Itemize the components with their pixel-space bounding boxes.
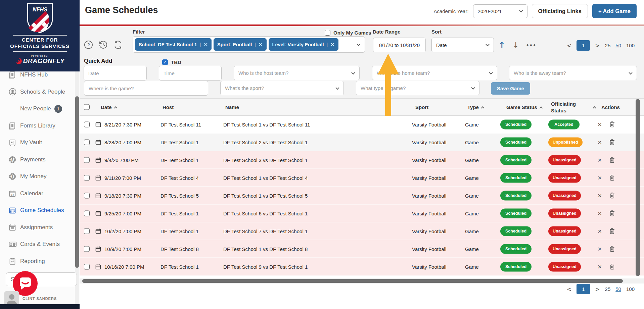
host-team-select[interactable]: Who is the host team? [234, 66, 360, 80]
sidebar-item-forms-library[interactable]: Forms Library [0, 117, 75, 135]
calendar-icon [95, 264, 101, 269]
quick-add-time-input[interactable] [159, 66, 222, 81]
trash-icon[interactable] [609, 210, 615, 216]
row-checkbox[interactable] [84, 210, 90, 216]
sidebar-scrollbar-thumb[interactable] [75, 96, 79, 268]
remove-icon[interactable]: × [598, 209, 602, 217]
filter-chip[interactable]: Level: Varsity Football|✕ [269, 38, 338, 51]
column-header-type[interactable]: Type [467, 104, 484, 110]
row-sport: Varsity Football [412, 264, 446, 269]
sidebar-item-schools-people[interactable]: Schools & People [0, 84, 75, 101]
remove-icon[interactable]: × [598, 174, 602, 182]
away-team-select[interactable]: Who is the away team? [509, 66, 637, 80]
officiating-links-button[interactable]: Officiating Links [532, 4, 588, 18]
page-size-option-100[interactable]: 100 [626, 43, 635, 48]
sidebar-item-payments[interactable]: $Payments [0, 151, 75, 168]
tbd-checkbox[interactable]: ✓ [162, 59, 168, 65]
help-icon[interactable]: ? [84, 40, 93, 51]
row-checkbox[interactable] [84, 121, 90, 127]
row-checkbox[interactable] [84, 193, 90, 198]
sidebar-scrollbar[interactable] [75, 71, 79, 304]
sidebar-item-calendar[interactable]: 14Calendar [0, 185, 75, 202]
column-header-game-status[interactable]: Game Status [506, 104, 542, 110]
trash-icon[interactable] [609, 228, 615, 234]
remove-icon[interactable]: × [598, 138, 602, 146]
chip-remove-icon[interactable]: ✕ [330, 42, 335, 48]
sort-ascending-icon[interactable]: ↑ [499, 41, 505, 49]
academic-year-select[interactable]: 2020-2021 [473, 4, 527, 18]
add-game-button[interactable]: + Add Game [592, 4, 637, 18]
remove-icon[interactable]: × [598, 245, 602, 253]
date-range-input[interactable] [373, 38, 426, 52]
page-size-option-25[interactable]: 25 [605, 43, 611, 48]
row-sport: Varsity Football [412, 121, 446, 127]
trash-icon[interactable] [609, 175, 615, 181]
pagination-bottom: <1>2550100 [567, 284, 635, 294]
only-my-games-checkbox[interactable] [325, 30, 330, 36]
remove-icon[interactable]: × [598, 156, 602, 164]
page-previous-button[interactable]: < [567, 286, 571, 293]
sidebar-item-my-vault[interactable]: My Vault [0, 134, 75, 151]
column-header-officiating-status[interactable]: Officiating Status [551, 101, 583, 114]
refresh-icon[interactable] [113, 40, 123, 51]
column-header-name[interactable]: Name [225, 104, 239, 110]
more-options-icon[interactable]: ●●● [526, 43, 537, 47]
page-next-button[interactable]: > [595, 42, 600, 49]
remove-icon[interactable]: × [598, 227, 602, 235]
game-type-select[interactable]: What type of game? [356, 81, 479, 95]
select-all-checkbox[interactable] [84, 104, 90, 110]
sidebar-item-reporting[interactable]: Reporting [0, 253, 75, 270]
quick-add-date-input[interactable] [84, 66, 147, 81]
chip-remove-icon[interactable]: ✕ [204, 42, 208, 48]
page-size-option-25[interactable]: 25 [605, 286, 611, 292]
horizontal-scrollbar[interactable] [80, 278, 644, 284]
trash-icon[interactable] [609, 193, 615, 199]
trash-icon[interactable] [609, 264, 615, 270]
page-next-button[interactable]: > [595, 286, 600, 293]
sort-descending-icon[interactable]: ↓ [512, 41, 519, 49]
row-checkbox[interactable] [84, 139, 90, 145]
column-header-host[interactable]: Host [163, 104, 174, 110]
sidebar-item-cards-events[interactable]: Cards & Events [0, 236, 75, 253]
history-icon[interactable] [99, 40, 108, 51]
trash-icon[interactable] [609, 139, 615, 145]
user-row[interactable]: CLINT SANDERS [4, 291, 57, 306]
sidebar-item-nfhs-hub[interactable]: NFHS Hub [0, 66, 75, 84]
sidebar-item-my-money[interactable]: $My Money [0, 168, 75, 185]
save-game-button[interactable]: Save Game [491, 82, 530, 95]
current-page-indicator[interactable]: 1 [577, 284, 590, 294]
sidebar-item-new-people[interactable]: New People1 [0, 100, 75, 117]
column-header-date[interactable]: Date [101, 104, 117, 110]
sidebar-item-assignments[interactable]: Assignments [0, 219, 75, 236]
remove-icon[interactable]: × [598, 263, 602, 271]
sort-select[interactable]: Date [431, 38, 494, 52]
game-location-input[interactable] [84, 81, 208, 96]
trash-icon[interactable] [609, 157, 615, 163]
vertical-scrollbar-thumb[interactable] [636, 99, 640, 276]
page-size-option-50[interactable]: 50 [615, 286, 621, 292]
horizontal-scrollbar-thumb[interactable] [82, 279, 623, 283]
column-header-sport[interactable]: Sport [415, 104, 428, 110]
filter-multiselect[interactable]: School: DF Test School 1|✕Sport: Footbal… [133, 36, 365, 53]
page-size-option-50[interactable]: 50 [615, 43, 621, 48]
page-size-option-100[interactable]: 100 [626, 286, 635, 292]
filter-chip[interactable]: Sport: Football|✕ [214, 38, 266, 51]
filter-chip[interactable]: School: DF Test School 1|✕ [135, 38, 212, 51]
row-checkbox[interactable] [84, 157, 90, 163]
row-date: 8/28/20 7:00 PM [104, 139, 141, 145]
only-my-games-option[interactable]: Only My Games [325, 30, 371, 36]
tbd-option[interactable]: ✓ TBD [162, 59, 181, 65]
row-checkbox[interactable] [84, 264, 90, 269]
remove-icon[interactable]: × [598, 120, 602, 128]
sidebar-item-game-schedules[interactable]: Game Schedules [0, 202, 75, 219]
row-checkbox[interactable] [84, 228, 90, 234]
remove-icon[interactable]: × [598, 192, 602, 200]
trash-icon[interactable] [609, 246, 615, 252]
current-page-indicator[interactable]: 1 [577, 40, 590, 51]
row-checkbox[interactable] [84, 175, 90, 181]
sport-select[interactable]: What's the sport? [220, 81, 344, 95]
trash-icon[interactable] [609, 121, 615, 127]
chip-remove-icon[interactable]: ✕ [259, 42, 263, 48]
page-previous-button[interactable]: < [567, 42, 571, 49]
row-checkbox[interactable] [84, 246, 90, 252]
